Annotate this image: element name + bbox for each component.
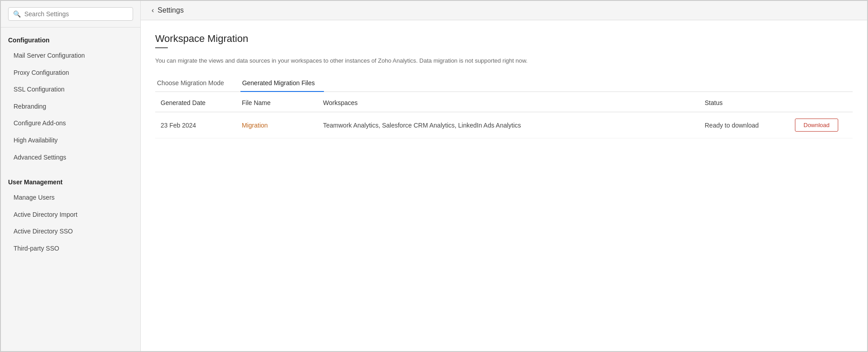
sidebar-item-addons[interactable]: Configure Add-ons xyxy=(8,115,133,132)
main-content: ‹ Settings Workspace Migration You can m… xyxy=(141,1,867,351)
col-header-workspaces: Workspaces xyxy=(318,92,699,112)
sidebar-item-proxy[interactable]: Proxy Configuration xyxy=(8,64,133,82)
sidebar-item-advanced[interactable]: Advanced Settings xyxy=(8,149,133,166)
cell-action: Download xyxy=(790,112,853,138)
back-arrow-icon[interactable]: ‹ xyxy=(152,6,154,14)
download-button[interactable]: Download xyxy=(795,119,838,132)
top-bar-title: Settings xyxy=(157,6,184,14)
sidebar-item-ad-sso[interactable]: Active Directory SSO xyxy=(8,223,133,240)
sidebar-item-third-party-sso[interactable]: Third-party SSO xyxy=(8,240,133,257)
page-content: Workspace Migration You can migrate the … xyxy=(141,20,867,351)
col-header-filename: File Name xyxy=(236,92,318,112)
tab-generated-migration-files[interactable]: Generated Migration Files xyxy=(240,75,324,92)
tabs-row: Choose Migration Mode Generated Migratio… xyxy=(155,75,853,92)
sidebar-item-manage-users[interactable]: Manage Users xyxy=(8,189,133,206)
filename-link[interactable]: Migration xyxy=(242,122,268,129)
cell-date: 23 Feb 2024 xyxy=(155,112,236,138)
sidebar-section-configuration: Configuration Mail Server Configuration … xyxy=(1,27,140,169)
page-title: Workspace Migration xyxy=(155,33,853,45)
search-container: 🔍 xyxy=(1,1,140,27)
top-bar: ‹ Settings xyxy=(141,1,867,20)
sidebar-item-mail-server[interactable]: Mail Server Configuration xyxy=(8,47,133,64)
table-header-row: Generated Date File Name Workspaces Stat… xyxy=(155,92,853,112)
sidebar-section-user-management: User Management Manage Users Active Dire… xyxy=(1,169,140,261)
sidebar-item-ad-import[interactable]: Active Directory Import xyxy=(8,206,133,224)
sidebar-item-rebranding[interactable]: Rebranding xyxy=(8,98,133,115)
search-input[interactable] xyxy=(24,10,128,18)
migration-table: Generated Date File Name Workspaces Stat… xyxy=(155,92,853,138)
sidebar-item-ssl[interactable]: SSL Configuration xyxy=(8,81,133,98)
sidebar-item-high-availability[interactable]: High Availability xyxy=(8,132,133,149)
title-divider xyxy=(155,47,168,48)
tab-choose-migration-mode[interactable]: Choose Migration Mode xyxy=(155,75,233,92)
cell-workspaces: Teamwork Analytics, Salesforce CRM Analy… xyxy=(318,112,699,138)
table-row: 23 Feb 2024 Migration Teamwork Analytics… xyxy=(155,112,853,138)
col-header-action xyxy=(790,92,853,112)
col-header-date: Generated Date xyxy=(155,92,236,112)
col-header-status: Status xyxy=(699,92,790,112)
user-management-section-title: User Management xyxy=(8,178,133,186)
cell-filename: Migration xyxy=(236,112,318,138)
sidebar: 🔍 Configuration Mail Server Configuratio… xyxy=(1,1,141,351)
search-box[interactable]: 🔍 xyxy=(8,7,133,21)
cell-status: Ready to download xyxy=(699,112,790,138)
page-subtitle: You can migrate the views and data sourc… xyxy=(155,57,853,64)
configuration-section-title: Configuration xyxy=(8,37,133,44)
search-icon: 🔍 xyxy=(13,10,21,18)
